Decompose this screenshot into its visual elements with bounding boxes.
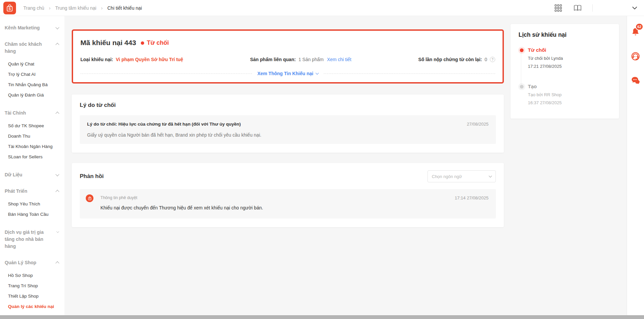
complaint-history-card: Lịch sử khiếu nại Từ chối Từ chối bởi Ly… — [511, 24, 619, 119]
sidebar-section-customer-care: Chăm sóc khách hàng Quản lý Chat Trợ lý … — [5, 41, 60, 100]
top-bar: S Trang chủ › Trung tâm khiếu nại › Chi … — [0, 0, 644, 16]
history-title: Lịch sử khiếu nại — [519, 31, 611, 38]
sidebar-header-label: Chăm sóc khách hàng — [5, 41, 51, 55]
sidebar-item-sloan[interactable]: SLoan for Sellers — [5, 152, 60, 162]
sidebar-section-value-added-services: Dịch vụ giá trị gia tăng cho nhà bán hàn… — [5, 229, 60, 250]
rejection-reason-heading: Lý do từ chối: Hiệu lực của chứng từ đã … — [87, 122, 241, 127]
history-event-created: Tạo Tạo bởi RR Shop 16:37 27/08/2025 — [519, 84, 611, 105]
chevron-up-icon — [55, 190, 59, 193]
view-complaint-info-label: Xem Thông Tin Khiếu nại — [257, 71, 313, 76]
sidebar-header-shop-management[interactable]: Quản Lý Shop — [5, 259, 60, 266]
chevron-down-icon — [315, 71, 319, 75]
breadcrumb-complaint-center[interactable]: Trung tâm khiếu nại — [55, 5, 96, 11]
sidebar-item-chat-management[interactable]: Quản lý Chat — [5, 59, 60, 69]
rejection-reason-box: Lý do từ chối: Hiệu lực của chứng từ đã … — [80, 115, 496, 144]
complaint-status-badge: Từ chối — [147, 39, 169, 46]
feedback-entry-box: S Thông tin phê duyệt 17:14 27/08/2025 K… — [80, 189, 496, 218]
main-column: Mã khiếu nại 443 Từ chối Loại khiếu nại:… — [72, 29, 504, 237]
related-products-group: Sản phẩm liên quan: 1 Sản phẩm Xem chi t… — [250, 57, 351, 62]
sidebar-item-review-management[interactable]: Quản lý Đánh Giá — [5, 90, 60, 100]
history-event-time: 16:37 27/08/2025 — [528, 100, 611, 105]
sidebar-item-global-selling[interactable]: Bán Hàng Toàn Cầu — [5, 209, 60, 219]
status-dot-icon — [141, 41, 144, 45]
chevron-up-icon — [55, 43, 59, 46]
complaint-summary-card: Mã khiếu nại 443 Từ chối Loại khiếu nại:… — [72, 29, 504, 84]
chevron-down-icon — [489, 174, 492, 177]
notification-count-badge: 62 — [635, 23, 643, 30]
sidebar-header-value-added-services[interactable]: Dịch vụ giá trị gia tăng cho nhà bán hàn… — [5, 229, 60, 250]
shopee-bag-icon: S — [5, 4, 14, 12]
sidebar-item-broadcast-messages[interactable]: Tin Nhắn Quảng Bá — [5, 79, 60, 90]
open-book-icon[interactable] — [574, 4, 582, 12]
history-event-rejected: Từ chối Từ chối bởi Lynda 17:21 27/08/20… — [519, 47, 611, 69]
history-event-time: 17:21 27/08/2025 — [528, 64, 611, 69]
complaint-expand-row: Xem Thông Tin Khiếu nại — [80, 71, 495, 76]
sidebar-header-label: Quản Lý Shop — [5, 259, 51, 266]
view-complaint-info-link[interactable]: Xem Thông Tin Khiếu nại — [257, 71, 318, 76]
seller-center-window: S Trang chủ › Trung tâm khiếu nại › Chi … — [0, 0, 644, 319]
headset-icon — [631, 51, 640, 61]
remaining-submissions-value: 0 — [485, 57, 487, 62]
feedback-entry-time: 17:14 27/08/2025 — [455, 195, 489, 200]
related-products-label: Sản phẩm liên quan: — [250, 57, 296, 62]
sidebar-item-favorite-shop[interactable]: Shop Yêu Thích — [5, 199, 60, 209]
sidebar-item-shop-profile[interactable]: Hồ Sơ Shop — [5, 270, 60, 281]
history-event-label: Tạo — [528, 84, 611, 89]
svg-text:S: S — [9, 7, 11, 11]
chat-button[interactable] — [631, 76, 640, 86]
sidebar-section-data: Dữ Liệu — [5, 171, 60, 178]
sidebar-header-label: Kênh Marketing — [5, 24, 51, 31]
sidebar-item-shop-decoration[interactable]: Trang Trí Shop — [5, 281, 60, 291]
rejection-date: 27/08/2025 — [467, 122, 489, 127]
history-event-by: Tạo bởi RR Shop — [528, 92, 611, 97]
feedback-entry-body: Khiếu nại được chuyển đến Thương hiệu để… — [100, 205, 489, 210]
chevron-down-icon — [55, 25, 59, 29]
breadcrumb-current-page: Chi tiết khiếu nại — [107, 5, 142, 11]
svg-text:S: S — [89, 198, 90, 200]
notifications-button[interactable]: 62 — [631, 27, 640, 38]
complaint-type-label: Loại khiếu nại: — [80, 57, 113, 62]
chevron-down-icon — [56, 230, 59, 233]
apps-grid-icon[interactable] — [554, 4, 562, 12]
help-question-icon[interactable]: ? — [490, 57, 495, 62]
sidebar-section-marketing: Kênh Marketing — [5, 24, 60, 31]
sidebar-item-shop-settings[interactable]: Thiết Lập Shop — [5, 291, 60, 301]
shopee-avatar-icon: S — [86, 194, 93, 202]
sidebar-header-label: Phát Triển — [5, 188, 51, 195]
sidebar-item-chat-ai-assistant[interactable]: Trợ lý Chat AI — [5, 69, 60, 79]
rejection-reason-body: Giấy uỷ quyền của Người bán đã hết hạn, … — [87, 132, 489, 138]
sidebar-item-shopee-balance[interactable]: Số dư TK Shopee — [5, 121, 60, 131]
history-event-label: Từ chối — [528, 47, 611, 53]
complaint-type-group: Loại khiếu nại: Vi phạm Quyền Sở hữu Trí… — [80, 57, 183, 62]
breadcrumb-separator: › — [49, 5, 51, 11]
sidebar-header-label: Dịch vụ giá trị gia tăng cho nhà bán hàn… — [5, 229, 51, 250]
language-select[interactable]: Chọn ngôn ngữ — [427, 170, 496, 182]
chat-bubbles-icon — [631, 76, 640, 85]
breadcrumb-home[interactable]: Trang chủ — [23, 5, 44, 11]
complaint-type-value: Vi phạm Quyền Sở hữu Trí tuệ — [116, 57, 183, 62]
sidebar-navigation: Kênh Marketing Chăm sóc khách hàng Quản … — [0, 16, 64, 315]
chevron-up-icon — [55, 261, 59, 265]
sidebar-header-marketing[interactable]: Kênh Marketing — [5, 24, 60, 31]
sidebar-item-revenue[interactable]: Doanh Thu — [5, 131, 60, 141]
sidebar-item-bank-account[interactable]: Tài Khoản Ngân Hàng — [5, 141, 60, 152]
sidebar-header-customer-care[interactable]: Chăm sóc khách hàng — [5, 41, 60, 55]
timeline-dot-active-icon — [520, 48, 524, 52]
topbar-actions — [543, 4, 639, 12]
dashed-divider — [324, 73, 495, 74]
sidebar-header-growth[interactable]: Phát Triển — [5, 188, 60, 195]
sidebar-header-finance[interactable]: Tài Chính — [5, 110, 60, 117]
view-products-link[interactable]: Xem chi tiết — [327, 57, 351, 62]
sidebar-header-data[interactable]: Dữ Liệu — [5, 171, 60, 178]
shopee-logo[interactable]: S — [3, 2, 16, 14]
customer-support-button[interactable] — [631, 51, 640, 62]
complaint-id-title: Mã khiếu nại 443 — [80, 39, 136, 47]
sidebar-item-complaint-management[interactable]: Quản lý các khiếu nại — [5, 301, 60, 312]
account-chevron-down-icon[interactable] — [631, 4, 639, 12]
history-timeline: Từ chối Từ chối bởi Lynda 17:21 27/08/20… — [519, 47, 611, 105]
topbar-divider — [592, 4, 593, 12]
history-event-by: Từ chối bởi Lynda — [528, 56, 611, 61]
breadcrumb-separator: › — [101, 5, 103, 11]
sidebar-section-growth: Phát Triển Shop Yêu Thích Bán Hàng Toàn … — [5, 188, 60, 219]
feedback-title: Phản hồi — [80, 173, 104, 180]
